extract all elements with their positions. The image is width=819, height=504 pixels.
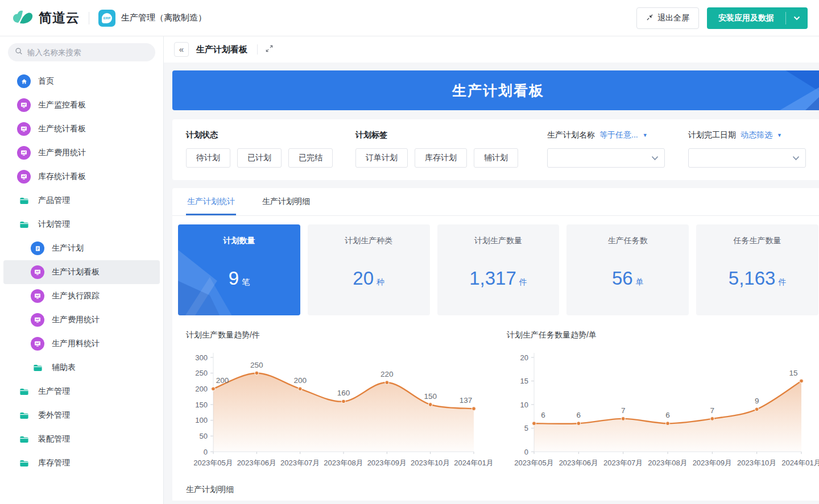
folder-icon bbox=[17, 218, 31, 231]
svg-text:2023年07月: 2023年07月 bbox=[603, 459, 643, 467]
filter-condition-link[interactable]: 等于任意... bbox=[599, 130, 638, 140]
svg-text:150: 150 bbox=[424, 392, 437, 401]
filter-option-button[interactable]: 已完结 bbox=[288, 148, 333, 168]
filter-option-button[interactable]: 待计划 bbox=[186, 148, 230, 168]
header-divider bbox=[89, 12, 89, 24]
search-input[interactable] bbox=[27, 48, 148, 57]
svg-text:2024年01月: 2024年01月 bbox=[781, 459, 819, 467]
sidebar-item-label: 生产计划看板 bbox=[52, 267, 100, 277]
svg-text:200: 200 bbox=[216, 376, 229, 385]
sidebar-item-label: 生产监控看板 bbox=[38, 100, 86, 110]
sidebar-item-10[interactable]: 生产费用统计 bbox=[3, 308, 160, 332]
triangle-down-icon[interactable]: ▼ bbox=[777, 132, 782, 138]
chart-plot: 0501001502002503002002502001602201501372… bbox=[186, 343, 487, 472]
logo-text: 简道云 bbox=[39, 9, 80, 27]
sidebar-item-label: 生产管理 bbox=[38, 386, 70, 397]
svg-text:6: 6 bbox=[665, 411, 670, 419]
stat-card-value: 5,163 bbox=[729, 268, 776, 289]
svg-text:0: 0 bbox=[524, 448, 528, 456]
filter-group-2: 生产计划名称等于任意...▼ bbox=[547, 130, 688, 168]
sidebar-item-label: 辅助表 bbox=[52, 363, 76, 373]
svg-text:220: 220 bbox=[380, 370, 394, 378]
dashboard-icon bbox=[31, 265, 44, 279]
sidebar-item-label: 生产执行跟踪 bbox=[52, 291, 100, 301]
svg-text:2023年10月: 2023年10月 bbox=[411, 459, 450, 467]
svg-text:10: 10 bbox=[520, 401, 528, 409]
sidebar-item-6[interactable]: 计划管理 bbox=[3, 213, 160, 236]
folder-icon bbox=[17, 409, 31, 422]
sidebar-item-8[interactable]: 生产计划看板 bbox=[3, 260, 160, 284]
collapse-sidebar-button[interactable]: « bbox=[174, 42, 189, 57]
filter-option-button[interactable]: 库存计划 bbox=[415, 148, 467, 168]
filter-label: 计划完工日期 bbox=[688, 130, 736, 140]
sidebar-item-4[interactable]: 库存统计看板 bbox=[3, 165, 160, 189]
sidebar-item-2[interactable]: 生产统计看板 bbox=[3, 117, 160, 141]
svg-text:2023年05月: 2023年05月 bbox=[514, 459, 553, 467]
stat-card-label: 计划数量 bbox=[178, 236, 300, 246]
stat-card-0[interactable]: 计划数量9笔 bbox=[178, 224, 300, 315]
filter-option-button[interactable]: 已计划 bbox=[237, 148, 282, 168]
compress-icon bbox=[646, 14, 653, 23]
sidebar-item-3[interactable]: 生产费用统计 bbox=[3, 141, 160, 165]
dashboard-icon bbox=[31, 289, 44, 303]
sidebar-item-1[interactable]: 生产监控看板 bbox=[3, 93, 160, 117]
sidebar-item-label: 生产用料统计 bbox=[52, 339, 100, 349]
sidebar-item-15[interactable]: 装配管理 bbox=[3, 427, 160, 451]
sidebar-item-label: 委外管理 bbox=[38, 410, 70, 420]
stat-card-4[interactable]: 任务生产数量5,163件 bbox=[696, 224, 818, 315]
dashboard-icon bbox=[31, 337, 44, 351]
svg-text:50: 50 bbox=[200, 432, 208, 440]
sidebar-item-16[interactable]: 库存管理 bbox=[3, 451, 160, 475]
stat-card-unit: 件 bbox=[519, 277, 527, 286]
app-title: 生产管理（离散制造） bbox=[121, 13, 206, 23]
page-title: 生产计划看板 bbox=[196, 44, 247, 55]
sidebar-item-9[interactable]: 生产执行跟踪 bbox=[3, 284, 160, 308]
stat-card-3[interactable]: 生产任务数56单 bbox=[566, 224, 689, 315]
stat-card-label: 计划生产数量 bbox=[437, 236, 560, 246]
sidebar-search[interactable] bbox=[8, 43, 155, 61]
stat-card-value: 56 bbox=[612, 268, 633, 289]
chevron-down-icon bbox=[651, 153, 659, 163]
filter-select[interactable] bbox=[688, 148, 806, 168]
sidebar-item-5[interactable]: 产品管理 bbox=[3, 189, 160, 213]
svg-text:5: 5 bbox=[524, 424, 528, 432]
svg-text:300: 300 bbox=[195, 353, 208, 362]
expand-fullscreen-icon[interactable] bbox=[265, 44, 274, 55]
svg-text:200: 200 bbox=[195, 385, 208, 393]
filter-select[interactable] bbox=[547, 148, 665, 168]
dashboard-icon bbox=[17, 122, 31, 136]
detail-section-title: 生产计划明细 bbox=[172, 472, 819, 495]
tab-0[interactable]: 生产计划统计 bbox=[186, 188, 236, 215]
filter-panel: 计划状态待计划已计划已完结计划标签订单计划库存计划辅计划生产计划名称等于任意..… bbox=[172, 119, 819, 180]
filter-condition-link[interactable]: 动态筛选 bbox=[741, 130, 772, 140]
app-logo[interactable]: 简道云 bbox=[13, 9, 80, 27]
svg-text:2023年06月: 2023年06月 bbox=[559, 459, 598, 467]
sidebar-item-label: 生产费用统计 bbox=[52, 315, 100, 325]
stat-card-unit: 笔 bbox=[242, 277, 250, 286]
stat-card-value: 1,317 bbox=[469, 268, 516, 289]
sidebar-item-0[interactable]: 首页 bbox=[3, 69, 160, 93]
filter-group-0: 计划状态待计划已计划已完结 bbox=[186, 130, 355, 168]
sidebar-item-13[interactable]: 生产管理 bbox=[3, 380, 160, 403]
sidebar-item-11[interactable]: 生产用料统计 bbox=[3, 332, 160, 356]
install-app-button[interactable]: 安装应用及数据 bbox=[707, 7, 808, 29]
sidebar-item-7[interactable]: 生产计划 bbox=[3, 236, 160, 260]
exit-fullscreen-button[interactable]: 退出全屏 bbox=[636, 7, 699, 29]
stat-card-2[interactable]: 计划生产数量1,317件 bbox=[437, 224, 560, 315]
stat-card-1[interactable]: 计划生产种类20种 bbox=[308, 224, 430, 315]
filter-option-button[interactable]: 订单计划 bbox=[355, 148, 408, 168]
sidebar-item-12[interactable]: 辅助表 bbox=[3, 356, 160, 380]
sidebar-item-14[interactable]: 委外管理 bbox=[3, 403, 160, 427]
app-badge-icon: ERP bbox=[98, 10, 115, 27]
folder-icon bbox=[17, 456, 31, 470]
svg-text:2024年01月: 2024年01月 bbox=[454, 459, 493, 467]
triangle-down-icon[interactable]: ▼ bbox=[643, 132, 648, 138]
home-icon bbox=[17, 74, 31, 88]
chevron-down-icon[interactable] bbox=[786, 16, 808, 20]
filter-option-button[interactable]: 辅计划 bbox=[474, 148, 518, 168]
sidebar-item-label: 生产统计看板 bbox=[38, 124, 86, 134]
svg-text:15: 15 bbox=[789, 369, 797, 377]
svg-text:6: 6 bbox=[577, 411, 581, 419]
tab-1[interactable]: 生产计划明细 bbox=[261, 188, 311, 215]
doc-icon bbox=[31, 241, 44, 255]
